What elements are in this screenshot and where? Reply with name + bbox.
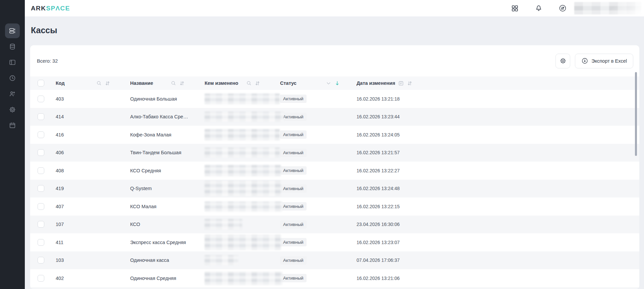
row-checkbox[interactable]: [38, 96, 44, 102]
sort-icon[interactable]: [407, 80, 413, 86]
cell-name: Q-System: [130, 186, 205, 191]
table-row[interactable]: 407 КСО Малая Активный 16.02.2026 13:22:…: [30, 197, 639, 216]
cell-modified-by: [205, 165, 280, 176]
column-header-status: Статус: [280, 80, 357, 86]
table-row[interactable]: 402 Одиночная Средняя Активный 16.02.202…: [30, 269, 639, 287]
gear-icon: [559, 57, 567, 64]
search-icon[interactable]: [96, 80, 102, 86]
sidebar-item-users[interactable]: [5, 86, 20, 101]
redacted-modified-by: [205, 148, 280, 158]
logo-prefix: ARK: [31, 5, 46, 12]
row-checkbox-cell: [38, 185, 56, 192]
redacted-modified-by: [205, 235, 281, 250]
cell-status: Активный: [280, 95, 357, 103]
redacted-modified-by: [205, 219, 242, 230]
sidebar-item-calendar[interactable]: [5, 118, 20, 133]
export-excel-button[interactable]: Экспорт в Excel: [575, 54, 633, 68]
calendar-filter-icon[interactable]: [398, 80, 404, 86]
cell-modified-at: 16.02.2026 13:24:05: [357, 132, 639, 137]
column-label: Код: [56, 80, 65, 86]
page-title: Кассы: [30, 16, 639, 35]
table-row[interactable]: 411 Экспресс касса Средняя Активный 16.0…: [30, 233, 639, 251]
clock-icon: [9, 74, 16, 82]
export-excel-label: Экспорт в Excel: [591, 58, 627, 64]
cell-code: 402: [56, 276, 130, 281]
apps-grid-icon[interactable]: [511, 4, 519, 12]
table-row[interactable]: 419 Q-System Активный 16.02.2026 13:24:4…: [30, 180, 639, 198]
layout-panel-icon: [9, 59, 16, 66]
column-header-modified-at: Дата изменения: [357, 80, 639, 86]
sort-icon[interactable]: [104, 80, 111, 86]
table-row[interactable]: 408 КСО Средняя Активный 16.02.2026 13:2…: [30, 162, 639, 180]
redacted-modified-by: [205, 181, 281, 196]
row-checkbox[interactable]: [38, 221, 44, 228]
table-row[interactable]: 406 Твин-Тандем Большая Активный 16.02.2…: [30, 144, 639, 162]
status-badge: Активный: [280, 256, 307, 265]
status-badge: Активный: [280, 220, 307, 229]
cell-status: Активный: [280, 166, 357, 175]
app-logo[interactable]: ARKSPΛCE: [31, 5, 70, 12]
sort-descending-active-icon[interactable]: [334, 80, 340, 86]
redacted-modified-by: [205, 255, 238, 265]
sidebar-item-layout[interactable]: [5, 55, 20, 70]
redacted-modified-by: [205, 129, 280, 140]
cell-modified-by: [205, 219, 280, 230]
status-badge: Активный: [280, 184, 307, 193]
table-row[interactable]: 103 Одиночная касса Активный 07.04.2026 …: [30, 251, 639, 270]
column-label: Название: [130, 80, 153, 86]
sidebar-item-settings[interactable]: [5, 102, 20, 117]
table-row[interactable]: 107 КСО Активный 23.04.2026 16:30:06: [30, 216, 639, 234]
cell-modified-at: 16.02.2026 13:23:44: [357, 114, 639, 119]
table-row[interactable]: 416 Кофе-Зона Малая Активный 16.02.2026 …: [30, 126, 639, 144]
cell-status: Активный: [280, 130, 357, 139]
user-account-redacted[interactable]: [574, 2, 641, 14]
total-count-label: Всего: 32: [37, 58, 58, 64]
table-settings-button[interactable]: [555, 54, 570, 68]
card-toolbar: Всего: 32 Экспорт в: [30, 45, 639, 76]
list-kanban-icon: [9, 27, 16, 35]
search-icon[interactable]: [170, 80, 176, 86]
cell-code: 107: [56, 222, 130, 227]
sidebar-item-cash-registers[interactable]: [5, 23, 20, 38]
table-row[interactable]: [30, 287, 639, 289]
row-checkbox-cell: [38, 149, 56, 156]
row-checkbox[interactable]: [38, 239, 44, 246]
cell-name: КСО Малая: [130, 204, 205, 209]
row-checkbox[interactable]: [38, 185, 44, 192]
cell-name: КСО: [130, 222, 205, 227]
search-icon[interactable]: [246, 80, 252, 86]
cell-status: Активный: [280, 256, 357, 265]
sync-arrows-icon[interactable]: [558, 4, 567, 12]
row-checkbox[interactable]: [38, 203, 44, 210]
row-checkbox[interactable]: [38, 257, 44, 264]
table-row[interactable]: 403 Одиночная Большая Активный 16.02.202…: [30, 90, 639, 108]
redacted-modified-by: [205, 94, 280, 104]
sidebar: [0, 0, 25, 289]
cell-modified-at: 07.04.2026 17:06:37: [357, 257, 639, 263]
cell-name: КСО Средняя: [130, 168, 205, 173]
row-checkbox[interactable]: [38, 275, 44, 282]
row-checkbox[interactable]: [38, 167, 44, 174]
sidebar-item-database[interactable]: [5, 39, 20, 54]
cell-modified-at: 16.02.2026 13:24:48: [357, 186, 639, 191]
cell-code: 406: [56, 150, 130, 155]
status-badge: Активный: [280, 238, 307, 246]
cell-code: 403: [56, 96, 130, 102]
cell-modified-by: [205, 201, 280, 212]
row-checkbox[interactable]: [38, 113, 44, 120]
row-checkbox[interactable]: [38, 149, 44, 156]
sort-icon[interactable]: [254, 80, 261, 86]
row-checkbox[interactable]: [38, 131, 44, 138]
select-all-checkbox[interactable]: [38, 80, 44, 86]
table-row[interactable]: 414 Алко-Табако Касса Сре… Активный 16.0…: [30, 108, 639, 126]
sort-icon[interactable]: [179, 80, 185, 86]
cell-code: 411: [56, 240, 130, 245]
vertical-scrollbar-thumb[interactable]: [635, 72, 637, 156]
cell-name: Одиночная Большая: [130, 96, 205, 102]
cell-name: Твин-Тандем Большая: [130, 150, 205, 155]
notifications-bell-icon[interactable]: [535, 4, 543, 12]
cell-modified-by: [205, 148, 280, 158]
chevron-down-icon[interactable]: [325, 80, 332, 86]
cell-modified-at: 16.02.2026 13:21:57: [357, 150, 639, 155]
sidebar-item-history[interactable]: [5, 71, 20, 85]
